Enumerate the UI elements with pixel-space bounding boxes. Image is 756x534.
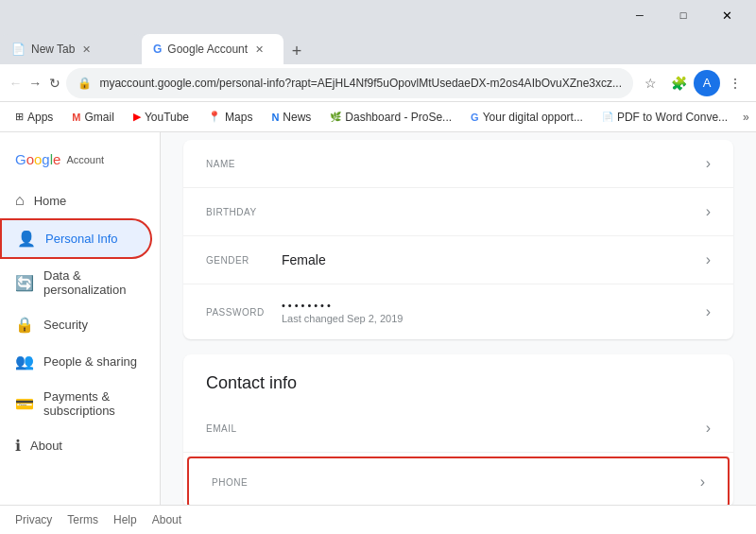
sidebar-item-personal-info[interactable]: 👤 Personal Info: [0, 218, 152, 259]
tab-close-gaccount[interactable]: ✕: [253, 42, 266, 58]
bookmark-label-pdf: PDF to Word Conve...: [617, 111, 728, 124]
tab-label-gaccount: Google Account: [167, 43, 248, 56]
security-icon: 🔒: [15, 316, 34, 334]
pdf-icon: 📄: [602, 112, 613, 122]
new-tab-button[interactable]: +: [284, 38, 310, 64]
sidebar-item-data-personalization[interactable]: 🔄 Data & personalization: [0, 259, 152, 306]
gender-chevron-icon: ›: [706, 251, 711, 268]
sidebar-label-people: People & sharing: [43, 354, 137, 369]
sidebar-label-data: Data & personalization: [43, 268, 137, 297]
forward-button[interactable]: →: [27, 70, 43, 96]
bookmark-news[interactable]: N News: [264, 107, 318, 128]
name-chevron-icon: ›: [706, 155, 711, 172]
birthday-section[interactable]: BIRTHDAY ›: [183, 188, 733, 236]
bookmark-label-maps: Maps: [225, 111, 252, 124]
nav-icons: ☆ 🧩 A ⋮: [637, 70, 748, 96]
phone-section[interactable]: PHONE ›: [187, 456, 730, 508]
sidebar-label-about: About: [30, 439, 62, 453]
extensions-button[interactable]: 🧩: [665, 70, 692, 96]
home-icon: ⌂: [15, 192, 25, 209]
nav-bar: ← → ↻ 🔒 myaccount.google.com/personal-in…: [0, 64, 756, 102]
gender-label: GENDER: [206, 255, 282, 266]
bookmark-apps[interactable]: ⊞ Apps: [8, 107, 60, 128]
data-icon: 🔄: [15, 274, 34, 292]
sidebar-item-people-sharing[interactable]: 👥 People & sharing: [0, 343, 152, 380]
sidebar-label-security: Security: [43, 318, 88, 332]
back-button[interactable]: ←: [8, 70, 24, 96]
terms-link[interactable]: Terms: [67, 513, 98, 526]
sidebar-item-payments[interactable]: 💳 Payments & subscriptions: [0, 380, 152, 427]
bookmark-maps[interactable]: 📍 Maps: [200, 107, 260, 128]
privacy-link[interactable]: Privacy: [15, 513, 52, 526]
menu-button[interactable]: ⋮: [722, 70, 748, 96]
tab-favicon-gaccount: G: [153, 43, 162, 56]
tab-bar: 📄 New Tab ✕ G Google Account ✕ +: [0, 30, 756, 64]
phone-label: PHONE: [212, 477, 287, 488]
bookmark-label-apps: Apps: [27, 111, 53, 124]
bookmarks-bar: ⊞ Apps M Gmail ▶ YouTube 📍 Maps N News 🌿…: [0, 102, 756, 132]
password-chevron-icon: ›: [706, 303, 711, 320]
person-icon: 👤: [17, 230, 36, 248]
email-chevron-icon: ›: [706, 420, 711, 437]
password-sub: Last changed Sep 2, 2019: [282, 313, 706, 324]
maps-icon: 📍: [208, 111, 221, 123]
people-icon: 👥: [15, 353, 34, 370]
bookmark-gmail[interactable]: M Gmail: [64, 107, 122, 128]
tab-newtab[interactable]: 📄 New Tab ✕: [0, 34, 142, 64]
bookmark-youtube[interactable]: ▶ YouTube: [126, 107, 197, 128]
apps-icon: ⊞: [15, 111, 24, 123]
profile-avatar[interactable]: A: [694, 70, 720, 96]
tab-label-newtab: New Tab: [31, 43, 75, 56]
bookmark-label-news: News: [283, 111, 311, 124]
email-section[interactable]: EMAIL ›: [183, 405, 733, 453]
bookmark-label-youtube: YouTube: [145, 111, 189, 124]
reload-button[interactable]: ↻: [47, 70, 63, 96]
sidebar-item-about[interactable]: ℹ About: [0, 427, 152, 464]
close-button[interactable]: ✕: [705, 0, 748, 30]
about-link[interactable]: About: [152, 513, 181, 526]
digital-icon: G: [471, 112, 479, 123]
basic-info-card: NAME › BIRTHDAY › GENDER Female › PASSWO…: [183, 140, 733, 339]
bookmark-label-digital: Your digital opport...: [483, 111, 583, 124]
bookmark-label-dashboard: Dashboard - ProSe...: [345, 111, 452, 124]
sidebar-navigation: ⌂ Home 👤 Personal Info 🔄 Data & personal…: [0, 182, 160, 464]
google-logo: Google: [15, 151, 60, 167]
help-link[interactable]: Help: [113, 513, 137, 526]
password-value: •••••••• Last changed Sep 2, 2019: [282, 300, 706, 324]
tab-close-newtab[interactable]: ✕: [80, 42, 93, 58]
sidebar-item-security[interactable]: 🔒 Security: [0, 306, 152, 343]
bookmark-star-button[interactable]: ☆: [637, 70, 663, 96]
password-section[interactable]: PASSWORD •••••••• Last changed Sep 2, 20…: [183, 284, 733, 339]
gender-section[interactable]: GENDER Female ›: [183, 236, 733, 284]
sidebar: Google Account ⌂ Home 👤 Personal Info 🔄 …: [0, 132, 161, 534]
tab-favicon-newtab: 📄: [11, 43, 26, 56]
name-section[interactable]: NAME ›: [183, 140, 733, 188]
phone-chevron-icon: ›: [700, 474, 705, 491]
bookmark-dashboard[interactable]: 🌿 Dashboard - ProSe...: [322, 107, 459, 128]
main-panel: NAME › BIRTHDAY › GENDER Female › PASSWO…: [161, 132, 756, 534]
about-icon: ℹ: [15, 437, 21, 455]
payments-icon: 💳: [15, 395, 34, 413]
lock-icon: 🔒: [77, 77, 92, 90]
sidebar-label-home: Home: [34, 194, 67, 208]
window-controls[interactable]: ─ □ ✕: [618, 0, 748, 30]
maximize-button[interactable]: □: [662, 0, 705, 30]
bookmark-digital[interactable]: G Your digital opport...: [463, 107, 591, 128]
bookmark-pdf[interactable]: 📄 PDF to Word Conve...: [594, 107, 735, 128]
youtube-icon: ▶: [133, 111, 141, 123]
birthday-label: BIRTHDAY: [206, 207, 282, 217]
email-label: EMAIL: [206, 423, 282, 434]
birthday-chevron-icon: ›: [706, 203, 711, 220]
bookmark-label-gmail: Gmail: [85, 111, 114, 124]
tab-gaccount[interactable]: G Google Account ✕: [142, 34, 284, 64]
minimize-button[interactable]: ─: [618, 0, 662, 30]
bookmarks-more-button[interactable]: »: [739, 107, 753, 128]
account-label: Account: [66, 154, 104, 165]
gender-value: Female: [282, 252, 706, 267]
google-account-logo: Google Account: [0, 144, 160, 182]
address-bar[interactable]: 🔒 myaccount.google.com/personal-info?rap…: [66, 68, 633, 98]
sidebar-label-personal-info: Personal Info: [45, 232, 118, 246]
dashboard-icon: 🌿: [330, 112, 341, 122]
user-avatar: A: [694, 70, 720, 96]
sidebar-item-home[interactable]: ⌂ Home: [0, 182, 152, 218]
